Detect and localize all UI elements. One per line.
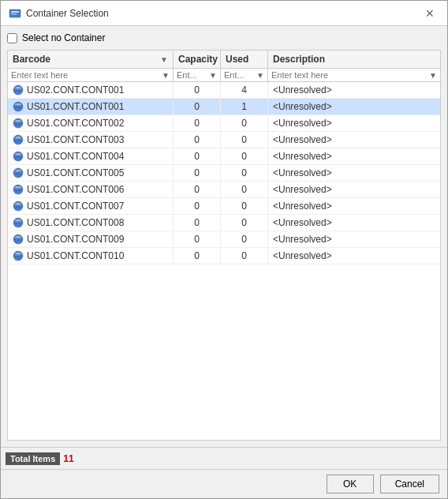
barcode-text: US01.CONT.CONT008 xyxy=(27,217,124,228)
cell-capacity: 0 xyxy=(174,115,221,131)
table-row[interactable]: US01.CONT.CONT00300<Unresolved> xyxy=(8,132,440,148)
cell-barcode: US01.CONT.CONT010 xyxy=(8,248,174,264)
table-row[interactable]: US01.CONT.CONT01000<Unresolved> xyxy=(8,248,440,265)
cell-barcode: US01.CONT.CONT005 xyxy=(8,165,174,181)
cell-barcode: US01.CONT.CONT007 xyxy=(8,198,174,214)
row-container-icon xyxy=(13,217,24,228)
row-container-icon xyxy=(13,101,24,112)
title-bar-left: Container Selection xyxy=(9,7,109,20)
filter-cell-used: ▼ xyxy=(221,69,268,81)
footer: OK Cancel xyxy=(1,469,447,498)
select-no-container-row: Select no Container xyxy=(7,32,441,43)
cell-description: <Unresolved> xyxy=(268,132,440,148)
table-row[interactable]: US01.CONT.CONT00800<Unresolved> xyxy=(8,215,440,231)
filter-cell-description: ▼ xyxy=(268,69,440,81)
svg-rect-29 xyxy=(15,221,21,224)
select-no-container-checkbox[interactable] xyxy=(7,33,17,43)
barcode-text: US01.CONT.CONT010 xyxy=(27,250,124,261)
cell-description: <Unresolved> xyxy=(268,198,440,214)
svg-rect-1 xyxy=(11,11,19,13)
cell-capacity: 0 xyxy=(174,215,221,231)
row-container-icon xyxy=(13,167,24,178)
cell-used: 0 xyxy=(221,198,268,214)
barcode-text: US01.CONT.CONT004 xyxy=(27,151,124,162)
cell-used: 0 xyxy=(221,115,268,131)
cell-description: <Unresolved> xyxy=(268,82,440,98)
cell-used: 0 xyxy=(221,132,268,148)
filter-input-barcode[interactable] xyxy=(11,70,162,80)
barcode-text: US01.CONT.CONT002 xyxy=(27,118,124,129)
filter-cell-barcode: ▼ xyxy=(8,69,174,81)
table-header: Barcode ▼ Capacity Used Description xyxy=(8,51,440,69)
close-button[interactable]: ✕ xyxy=(420,6,439,21)
svg-rect-14 xyxy=(15,138,21,141)
cell-barcode: US01.CONT.CONT001 xyxy=(8,99,174,114)
cell-capacity: 0 xyxy=(174,248,221,264)
title-bar: Container Selection ✕ xyxy=(1,1,447,26)
cell-used: 0 xyxy=(221,231,268,247)
table-row[interactable]: US01.CONT.CONT00600<Unresolved> xyxy=(8,182,440,198)
table-row[interactable]: US01.CONT.CONT00400<Unresolved> xyxy=(8,148,440,165)
table-row[interactable]: US01.CONT.CONT00500<Unresolved> xyxy=(8,165,440,182)
cell-capacity: 0 xyxy=(174,231,221,247)
table-row[interactable]: US01.CONT.CONT00200<Unresolved> xyxy=(8,115,440,132)
cell-description: <Unresolved> xyxy=(268,182,440,197)
filter-cell-capacity: ▼ xyxy=(174,69,221,81)
cell-capacity: 0 xyxy=(174,182,221,197)
cell-barcode: US01.CONT.CONT003 xyxy=(8,132,174,148)
barcode-text: US01.CONT.CONT003 xyxy=(27,134,124,145)
filter-icon-barcode[interactable]: ▼ xyxy=(162,71,170,80)
data-table: Barcode ▼ Capacity Used Description ▼ xyxy=(7,50,441,441)
filter-input-description[interactable] xyxy=(271,70,429,80)
cell-barcode: US01.CONT.CONT009 xyxy=(8,231,174,247)
row-container-icon xyxy=(13,118,24,129)
ok-button[interactable]: OK xyxy=(327,475,374,493)
cell-description: <Unresolved> xyxy=(268,231,440,247)
row-container-icon xyxy=(13,234,24,245)
cell-used: 0 xyxy=(221,215,268,231)
status-value: 11 xyxy=(63,453,73,464)
cell-used: 0 xyxy=(221,182,268,197)
filter-row: ▼ ▼ ▼ ▼ xyxy=(8,69,440,82)
barcode-text: US01.CONT.CONT005 xyxy=(27,167,124,178)
filter-icon-description[interactable]: ▼ xyxy=(429,71,437,80)
cell-capacity: 0 xyxy=(174,82,221,98)
svg-rect-17 xyxy=(15,155,21,158)
cell-description: <Unresolved> xyxy=(268,115,440,131)
cell-description: <Unresolved> xyxy=(268,215,440,231)
svg-rect-23 xyxy=(15,188,21,191)
dialog-content: Select no Container Barcode ▼ Capacity U… xyxy=(1,26,447,447)
svg-rect-2 xyxy=(11,13,17,15)
row-container-icon xyxy=(13,250,24,261)
barcode-text: US01.CONT.CONT006 xyxy=(27,184,124,195)
filter-icon-used[interactable]: ▼ xyxy=(256,71,264,80)
cell-barcode: US01.CONT.CONT002 xyxy=(8,115,174,131)
table-row[interactable]: US01.CONT.CONT00101<Unresolved> xyxy=(8,99,440,115)
table-row[interactable]: US02.CONT.CONT00104<Unresolved> xyxy=(8,82,440,99)
cell-used: 1 xyxy=(221,99,268,114)
svg-rect-20 xyxy=(15,171,21,174)
cancel-button[interactable]: Cancel xyxy=(380,475,439,493)
row-container-icon xyxy=(13,151,24,162)
svg-rect-32 xyxy=(15,238,21,241)
table-row[interactable]: US01.CONT.CONT00700<Unresolved> xyxy=(8,198,440,215)
cell-capacity: 0 xyxy=(174,99,221,114)
cell-barcode: US01.CONT.CONT008 xyxy=(8,215,174,231)
cell-description: <Unresolved> xyxy=(268,99,440,114)
barcode-text: US02.CONT.CONT001 xyxy=(27,84,124,96)
filter-input-capacity[interactable] xyxy=(177,70,209,80)
col-header-barcode: Barcode ▼ xyxy=(8,51,174,68)
svg-rect-5 xyxy=(15,88,21,92)
row-container-icon xyxy=(13,134,24,145)
filter-icon-capacity[interactable]: ▼ xyxy=(209,71,217,80)
table-body: US02.CONT.CONT00104<Unresolved>US01.CONT… xyxy=(8,82,440,440)
cell-capacity: 0 xyxy=(174,148,221,164)
cell-description: <Unresolved> xyxy=(268,148,440,164)
cell-barcode: US02.CONT.CONT001 xyxy=(8,82,174,98)
cell-description: <Unresolved> xyxy=(268,165,440,181)
filter-input-used[interactable] xyxy=(224,70,256,80)
table-row[interactable]: US01.CONT.CONT00900<Unresolved> xyxy=(8,231,440,248)
svg-rect-8 xyxy=(15,105,21,108)
sort-icon-barcode: ▼ xyxy=(160,55,168,64)
col-header-capacity: Capacity xyxy=(174,51,221,68)
